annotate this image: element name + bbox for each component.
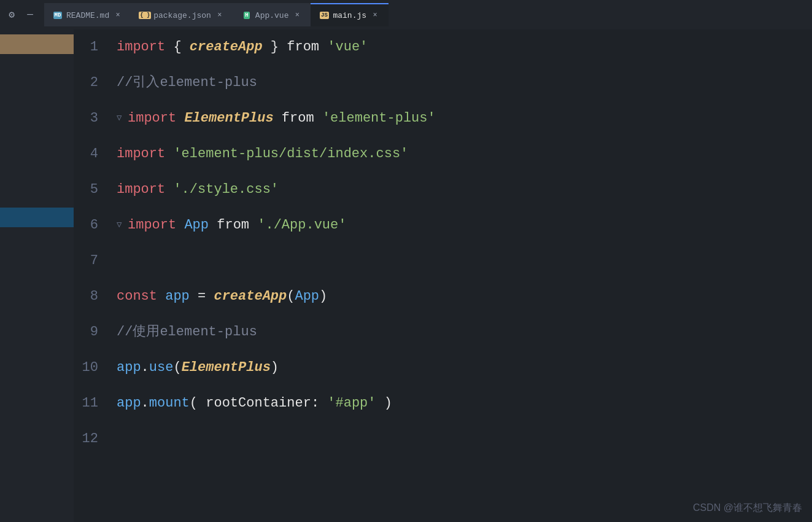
fold-icon-6[interactable]: ▽: [117, 209, 126, 219]
tab-label-readme: README.md: [66, 11, 109, 20]
token: ElementPlus: [184, 111, 273, 126]
line-number-3: 3: [74, 103, 110, 134]
code-line-1: 1import { createApp } from 'vue': [74, 29, 812, 65]
token: './App.vue': [257, 217, 346, 233]
main-content: 1import { createApp } from 'vue'2//引入ele…: [0, 29, 812, 522]
line-content-6: ▽import App from './App.vue': [110, 210, 812, 241]
token: createApp: [214, 289, 287, 304]
sidebar-block-2: [0, 208, 74, 227]
code-line-12: 12: [74, 421, 812, 457]
token: [314, 111, 322, 126]
token: ): [271, 360, 279, 375]
token: .: [141, 360, 149, 375]
token: App: [295, 289, 319, 304]
token: import: [117, 39, 165, 55]
token: {: [165, 39, 190, 55]
code-line-6: 6▽import App from './App.vue': [74, 208, 812, 243]
tab-readme[interactable]: MDREADME.md×: [44, 3, 131, 26]
token: [249, 217, 257, 233]
token: mount: [149, 395, 190, 411]
footer-watermark: CSDN @谁不想飞舞青春: [693, 502, 802, 515]
tab-label-appvue: App.vue: [255, 11, 289, 20]
line-number-11: 11: [74, 388, 110, 419]
code-line-11: 11app.mount( rootContainer: '#app' ): [74, 386, 812, 421]
minus-icon[interactable]: —: [23, 8, 37, 21]
token: app: [117, 395, 141, 411]
token: [274, 111, 282, 126]
code-line-9: 9//使用element-plus: [74, 314, 812, 350]
token: ElementPlus: [182, 360, 271, 375]
tab-close-mainjs[interactable]: ×: [370, 10, 380, 20]
token: [165, 182, 173, 197]
token: //使用element-plus: [117, 324, 257, 340]
token: //引入element-plus: [117, 75, 257, 90]
token: App: [184, 217, 209, 233]
token: .: [141, 395, 149, 411]
sidebar-block-1: [0, 34, 74, 54]
tab-icon-appvue: H: [242, 10, 252, 20]
top-bar: ⚙ — MDREADME.md×{ }package.json×HApp.vue…: [0, 0, 812, 29]
line-number-4: 4: [74, 139, 110, 169]
line-content-3: ▽import ElementPlus from 'element-plus': [110, 103, 812, 134]
code-line-7: 7: [74, 243, 812, 279]
tab-appvue[interactable]: HApp.vue×: [233, 3, 311, 26]
token: [157, 289, 165, 304]
token: [209, 217, 217, 233]
line-number-2: 2: [74, 68, 110, 98]
line-content-8: const app = createApp(App): [110, 281, 812, 312]
token: from: [217, 217, 249, 233]
line-content-10: app.use(ElementPlus): [110, 353, 812, 383]
token: :: [311, 395, 327, 411]
code-area[interactable]: 1import { createApp } from 'vue'2//引入ele…: [74, 29, 812, 522]
line-content-11: app.mount( rootContainer: '#app' ): [110, 388, 812, 419]
tabs: MDREADME.md×{ }package.json×HApp.vue×JSm…: [44, 3, 807, 26]
token: from: [282, 111, 314, 126]
token: [176, 111, 184, 126]
code-line-3: 3▽import ElementPlus from 'element-plus': [74, 101, 812, 136]
sidebar: [0, 29, 74, 522]
token: createApp: [190, 39, 263, 55]
code-line-5: 5import './style.css': [74, 172, 812, 208]
fold-icon-3[interactable]: ▽: [117, 103, 126, 112]
token: use: [149, 360, 174, 375]
tab-close-package[interactable]: ×: [215, 10, 225, 20]
tab-mainjs[interactable]: JSmain.js×: [311, 3, 389, 26]
token: }: [263, 39, 287, 55]
line-content-4: import 'element-plus/dist/index.css': [110, 139, 812, 169]
token: app: [165, 289, 190, 304]
tab-icon-mainjs: JS: [319, 10, 329, 20]
tab-label-package: package.json: [153, 11, 211, 20]
token: [319, 39, 327, 55]
token: [165, 146, 173, 162]
token: (: [190, 395, 206, 411]
code-line-10: 10app.use(ElementPlus): [74, 350, 812, 386]
token: 'vue': [327, 39, 368, 55]
code-line-4: 4import 'element-plus/dist/index.css': [74, 136, 812, 172]
tab-icon-package: { }: [140, 10, 150, 20]
tab-close-readme[interactable]: ×: [113, 10, 123, 20]
token: import: [117, 146, 165, 162]
token: app: [117, 360, 141, 375]
line-number-12: 12: [74, 424, 110, 454]
code-line-2: 2//引入element-plus: [74, 65, 812, 101]
gear-icon[interactable]: ⚙: [5, 8, 18, 21]
token: from: [287, 39, 319, 55]
token: ): [376, 395, 392, 411]
token: rootContainer: [206, 395, 311, 411]
token: (: [173, 360, 181, 375]
token: 'element-plus/dist/index.css': [173, 146, 408, 162]
line-number-6: 6: [74, 210, 110, 241]
token: const: [117, 289, 157, 304]
token: =: [190, 289, 214, 304]
token: 'element-plus': [322, 111, 436, 126]
token: import: [128, 111, 176, 126]
tab-close-appvue[interactable]: ×: [292, 10, 302, 20]
line-number-10: 10: [74, 353, 110, 383]
line-content-5: import './style.css': [110, 174, 812, 205]
line-content-2: //引入element-plus: [110, 68, 812, 98]
tab-icon-readme: MD: [53, 10, 63, 20]
line-content-9: //使用element-plus: [110, 317, 812, 348]
tab-package[interactable]: { }package.json×: [131, 3, 233, 26]
line-number-9: 9: [74, 317, 110, 348]
token: [176, 217, 184, 233]
